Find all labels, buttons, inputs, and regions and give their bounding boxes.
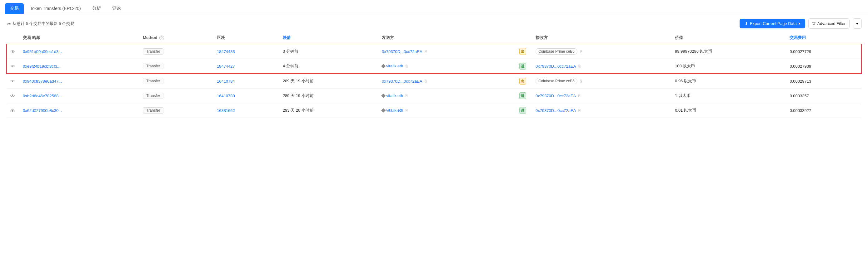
eye-icon[interactable]: 👁 (10, 79, 15, 84)
value-cell: 100 以太币 (671, 59, 786, 74)
eye-icon[interactable]: 👁 (10, 108, 15, 113)
tx-hash-link[interactable]: 0xb2d6e46c782568... (23, 94, 62, 98)
advanced-filter-button[interactable]: ▽ Advanced Filter (808, 19, 849, 29)
to-address-link[interactable]: 0x79370D...0cc72aEA (535, 64, 576, 69)
copy-icon[interactable]: ⎘ (578, 108, 581, 113)
from-address-link[interactable]: vitalik.eth (386, 93, 403, 98)
table-row: 👁0xb2d6e46c782568...Transfer16410780289 … (6, 88, 862, 103)
table-row: 👁0x940c8378e6ad47...Transfer16410784289 … (6, 74, 862, 88)
copy-icon[interactable]: ⎘ (580, 79, 582, 83)
export-icon: ⬇ (745, 21, 748, 26)
fee-cell: 0.0003357 (786, 88, 862, 103)
block-link[interactable]: 18474433 (217, 49, 235, 54)
from-address-link[interactable]: vitalik.eth (386, 108, 403, 113)
copy-icon[interactable]: ⎘ (425, 79, 427, 83)
fee-cell: 0.00027729 (786, 44, 862, 59)
direction-badge: 出 (519, 48, 526, 55)
copy-icon[interactable]: ⎘ (406, 64, 408, 68)
table-row: 👁0x62d027900b8c30...Transfer16381662293 … (6, 103, 862, 118)
diamond-icon (381, 64, 385, 68)
value-cell: 0.01 以太币 (671, 103, 786, 118)
tx-hash-link[interactable]: 0x62d027900b8c30... (23, 108, 62, 113)
to-address-badge: Coinbase Prime ceB6 (535, 78, 578, 84)
to-address-link[interactable]: 0x79370D...0cc72aEA (535, 94, 576, 98)
copy-icon[interactable]: ⎘ (580, 49, 582, 53)
method-badge: Transfer (143, 78, 163, 84)
col-fee: 交易费用 (786, 32, 862, 44)
copy-icon[interactable]: ⎘ (425, 49, 427, 53)
diamond-icon (381, 94, 385, 98)
block-link[interactable]: 16381662 (217, 108, 235, 113)
copy-icon[interactable]: ⎘ (406, 94, 408, 98)
from-address-link[interactable]: 0x79370D...0cc72aEA (382, 79, 422, 83)
export-label: Export Current Page Data (750, 21, 797, 26)
table-info: ↓≡ 从总计 5 个交易中的最新 5 个交易 (6, 21, 74, 27)
tx-hash-link[interactable]: 0x951a09a09ec1d3... (23, 49, 62, 54)
tx-hash-link[interactable]: 0x940c8378e6ad47... (23, 79, 62, 83)
tabs-bar: 交易 Token Transfers (ERC-20) 分析 评论 (0, 0, 868, 14)
table-container: 交易 哈希 Method ? 区块 块龄 发送方 接收方 价值 交易费用 👁0x… (0, 32, 868, 124)
value-cell: 99.99970286 以太币 (671, 44, 786, 59)
filter-icon-button[interactable]: ▾ (853, 19, 862, 29)
fee-cell: 0.00027909 (786, 59, 862, 74)
tab-token-transfers[interactable]: Token Transfers (ERC-20) (25, 3, 86, 13)
col-age: 块龄 (279, 32, 378, 44)
from-address-link[interactable]: 0x79370D...0cc72aEA (382, 49, 422, 54)
to-address-badge: Coinbase Prime ceB6 (535, 48, 578, 54)
fee-cell: 0.00033927 (786, 103, 862, 118)
direction-badge: 进 (519, 92, 526, 99)
method-badge: Transfer (143, 63, 163, 69)
block-link[interactable]: 16410784 (217, 79, 235, 83)
method-badge: Transfer (143, 48, 163, 54)
col-method: Method ? (139, 32, 213, 44)
table-description: 从总计 5 个交易中的最新 5 个交易 (12, 21, 74, 27)
eye-icon[interactable]: 👁 (10, 93, 15, 99)
eye-icon[interactable]: 👁 (11, 64, 15, 69)
toolbar-right: ⬇ Export Current Page Data ▾ ▽ Advanced … (740, 19, 862, 29)
method-badge: Transfer (143, 93, 163, 99)
direction-badge: 出 (519, 78, 526, 84)
copy-icon[interactable]: ⎘ (406, 108, 408, 113)
copy-icon[interactable]: ⎘ (578, 64, 581, 68)
from-address-link[interactable]: vitalik.eth (386, 64, 403, 68)
eye-icon[interactable]: 👁 (11, 49, 15, 54)
tab-transactions[interactable]: 交易 (5, 3, 24, 14)
direction-badge: 进 (519, 107, 526, 114)
table-row: 👁0xe9f24b19cbf8cf3...Transfer184744274 分… (6, 59, 862, 74)
value-cell: 0.96 以太币 (671, 74, 786, 88)
col-from: 发送方 (378, 32, 514, 44)
col-tx-hash: 交易 哈希 (19, 32, 139, 44)
tab-comments[interactable]: 评论 (107, 3, 126, 14)
fee-cell: 0.00029713 (786, 74, 862, 88)
method-badge: Transfer (143, 107, 163, 113)
diamond-icon (381, 108, 385, 113)
value-cell: 1 以太币 (671, 88, 786, 103)
col-eye (6, 32, 19, 44)
tx-hash-link[interactable]: 0xe9f24b19cbf8cf3... (23, 64, 61, 69)
advanced-filter-label: Advanced Filter (817, 21, 845, 26)
tab-analysis[interactable]: 分析 (87, 3, 106, 14)
filter-funnel-icon: ▽ (812, 21, 815, 26)
export-button[interactable]: ⬇ Export Current Page Data ▾ (740, 19, 805, 28)
col-dir (514, 32, 532, 44)
block-link[interactable]: 18474427 (217, 64, 235, 69)
table-header-row: ↓≡ 从总计 5 个交易中的最新 5 个交易 ⬇ Export Current … (0, 14, 868, 32)
to-address-link[interactable]: 0x79370D...0cc72aEA (535, 108, 576, 113)
table-header: 交易 哈希 Method ? 区块 块龄 发送方 接收方 价值 交易费用 (6, 32, 862, 44)
col-value: 价值 (671, 32, 786, 44)
copy-icon[interactable]: ⎘ (578, 94, 581, 98)
sort-icon: ↓≡ (6, 21, 11, 26)
filter-dropdown-icon: ▾ (856, 21, 858, 26)
chevron-down-icon: ▾ (799, 22, 800, 25)
transactions-table: 交易 哈希 Method ? 区块 块龄 发送方 接收方 价值 交易费用 👁0x… (6, 32, 862, 118)
method-help-icon[interactable]: ? (159, 36, 164, 40)
block-link[interactable]: 16410780 (217, 94, 235, 98)
page-container: 交易 Token Transfers (ERC-20) 分析 评论 ↓≡ 从总计… (0, 0, 868, 124)
col-to: 接收方 (532, 32, 671, 44)
table-row: 👁0x951a09a09ec1d3...Transfer184744333 分钟… (6, 44, 862, 59)
col-block: 区块 (213, 32, 279, 44)
direction-badge: 进 (519, 63, 526, 70)
